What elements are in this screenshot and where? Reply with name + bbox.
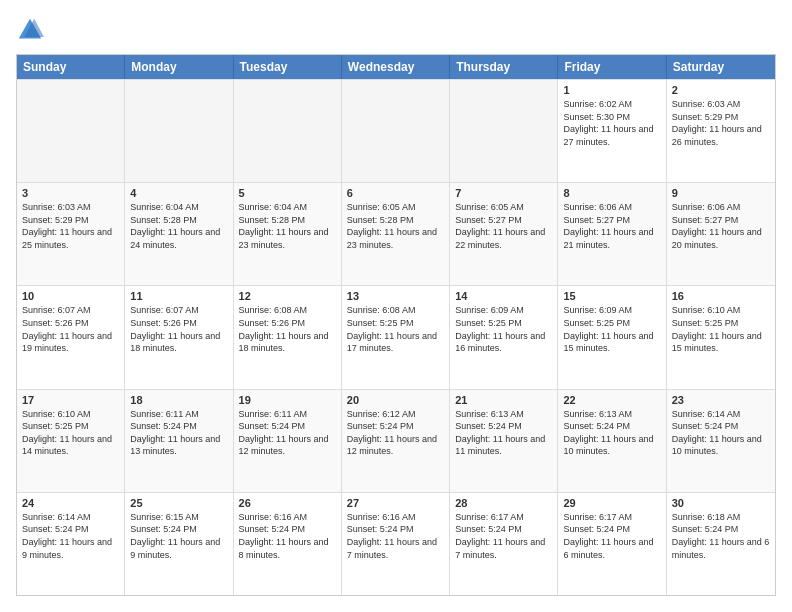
header-day-wednesday: Wednesday [342,55,450,79]
day-number: 16 [672,290,770,302]
day-number: 13 [347,290,444,302]
day-cell-12: 12Sunrise: 6:08 AMSunset: 5:26 PMDayligh… [234,286,342,388]
day-info: Sunrise: 6:13 AMSunset: 5:24 PMDaylight:… [455,408,552,458]
day-info: Sunrise: 6:14 AMSunset: 5:24 PMDaylight:… [672,408,770,458]
day-info: Sunrise: 6:11 AMSunset: 5:24 PMDaylight:… [130,408,227,458]
header-day-tuesday: Tuesday [234,55,342,79]
day-cell-17: 17Sunrise: 6:10 AMSunset: 5:25 PMDayligh… [17,390,125,492]
day-info: Sunrise: 6:06 AMSunset: 5:27 PMDaylight:… [672,201,770,251]
day-cell-8: 8Sunrise: 6:06 AMSunset: 5:27 PMDaylight… [558,183,666,285]
day-number: 2 [672,84,770,96]
day-cell-25: 25Sunrise: 6:15 AMSunset: 5:24 PMDayligh… [125,493,233,595]
header-day-saturday: Saturday [667,55,775,79]
day-info: Sunrise: 6:08 AMSunset: 5:25 PMDaylight:… [347,304,444,354]
day-number: 12 [239,290,336,302]
day-number: 14 [455,290,552,302]
day-cell-28: 28Sunrise: 6:17 AMSunset: 5:24 PMDayligh… [450,493,558,595]
empty-cell [342,80,450,182]
header-day-thursday: Thursday [450,55,558,79]
day-cell-15: 15Sunrise: 6:09 AMSunset: 5:25 PMDayligh… [558,286,666,388]
logo [16,16,48,44]
day-cell-10: 10Sunrise: 6:07 AMSunset: 5:26 PMDayligh… [17,286,125,388]
day-cell-13: 13Sunrise: 6:08 AMSunset: 5:25 PMDayligh… [342,286,450,388]
day-cell-14: 14Sunrise: 6:09 AMSunset: 5:25 PMDayligh… [450,286,558,388]
day-number: 21 [455,394,552,406]
day-info: Sunrise: 6:17 AMSunset: 5:24 PMDaylight:… [563,511,660,561]
calendar-row-2: 10Sunrise: 6:07 AMSunset: 5:26 PMDayligh… [17,285,775,388]
day-number: 17 [22,394,119,406]
day-cell-4: 4Sunrise: 6:04 AMSunset: 5:28 PMDaylight… [125,183,233,285]
day-info: Sunrise: 6:16 AMSunset: 5:24 PMDaylight:… [347,511,444,561]
day-cell-11: 11Sunrise: 6:07 AMSunset: 5:26 PMDayligh… [125,286,233,388]
day-info: Sunrise: 6:09 AMSunset: 5:25 PMDaylight:… [563,304,660,354]
day-info: Sunrise: 6:07 AMSunset: 5:26 PMDaylight:… [130,304,227,354]
day-number: 30 [672,497,770,509]
day-cell-30: 30Sunrise: 6:18 AMSunset: 5:24 PMDayligh… [667,493,775,595]
day-number: 27 [347,497,444,509]
day-info: Sunrise: 6:05 AMSunset: 5:27 PMDaylight:… [455,201,552,251]
day-number: 25 [130,497,227,509]
calendar-row-4: 24Sunrise: 6:14 AMSunset: 5:24 PMDayligh… [17,492,775,595]
day-info: Sunrise: 6:12 AMSunset: 5:24 PMDaylight:… [347,408,444,458]
day-cell-26: 26Sunrise: 6:16 AMSunset: 5:24 PMDayligh… [234,493,342,595]
day-number: 28 [455,497,552,509]
day-info: Sunrise: 6:04 AMSunset: 5:28 PMDaylight:… [239,201,336,251]
day-info: Sunrise: 6:14 AMSunset: 5:24 PMDaylight:… [22,511,119,561]
calendar-row-3: 17Sunrise: 6:10 AMSunset: 5:25 PMDayligh… [17,389,775,492]
day-number: 18 [130,394,227,406]
empty-cell [234,80,342,182]
day-number: 22 [563,394,660,406]
day-number: 24 [22,497,119,509]
empty-cell [125,80,233,182]
day-info: Sunrise: 6:06 AMSunset: 5:27 PMDaylight:… [563,201,660,251]
day-info: Sunrise: 6:10 AMSunset: 5:25 PMDaylight:… [672,304,770,354]
day-cell-1: 1Sunrise: 6:02 AMSunset: 5:30 PMDaylight… [558,80,666,182]
day-number: 20 [347,394,444,406]
day-cell-2: 2Sunrise: 6:03 AMSunset: 5:29 PMDaylight… [667,80,775,182]
calendar-row-1: 3Sunrise: 6:03 AMSunset: 5:29 PMDaylight… [17,182,775,285]
header-day-sunday: Sunday [17,55,125,79]
day-cell-20: 20Sunrise: 6:12 AMSunset: 5:24 PMDayligh… [342,390,450,492]
empty-cell [17,80,125,182]
day-number: 8 [563,187,660,199]
day-number: 5 [239,187,336,199]
calendar-body: 1Sunrise: 6:02 AMSunset: 5:30 PMDaylight… [17,79,775,595]
day-cell-23: 23Sunrise: 6:14 AMSunset: 5:24 PMDayligh… [667,390,775,492]
day-number: 29 [563,497,660,509]
day-cell-19: 19Sunrise: 6:11 AMSunset: 5:24 PMDayligh… [234,390,342,492]
day-info: Sunrise: 6:10 AMSunset: 5:25 PMDaylight:… [22,408,119,458]
day-cell-5: 5Sunrise: 6:04 AMSunset: 5:28 PMDaylight… [234,183,342,285]
day-cell-7: 7Sunrise: 6:05 AMSunset: 5:27 PMDaylight… [450,183,558,285]
day-cell-21: 21Sunrise: 6:13 AMSunset: 5:24 PMDayligh… [450,390,558,492]
empty-cell [450,80,558,182]
day-number: 23 [672,394,770,406]
day-cell-6: 6Sunrise: 6:05 AMSunset: 5:28 PMDaylight… [342,183,450,285]
day-cell-29: 29Sunrise: 6:17 AMSunset: 5:24 PMDayligh… [558,493,666,595]
day-number: 15 [563,290,660,302]
day-number: 7 [455,187,552,199]
day-cell-24: 24Sunrise: 6:14 AMSunset: 5:24 PMDayligh… [17,493,125,595]
day-number: 1 [563,84,660,96]
day-info: Sunrise: 6:18 AMSunset: 5:24 PMDaylight:… [672,511,770,561]
logo-icon [16,16,44,44]
header-day-friday: Friday [558,55,666,79]
day-info: Sunrise: 6:15 AMSunset: 5:24 PMDaylight:… [130,511,227,561]
calendar: SundayMondayTuesdayWednesdayThursdayFrid… [16,54,776,596]
calendar-row-0: 1Sunrise: 6:02 AMSunset: 5:30 PMDaylight… [17,79,775,182]
day-info: Sunrise: 6:08 AMSunset: 5:26 PMDaylight:… [239,304,336,354]
day-cell-3: 3Sunrise: 6:03 AMSunset: 5:29 PMDaylight… [17,183,125,285]
day-cell-22: 22Sunrise: 6:13 AMSunset: 5:24 PMDayligh… [558,390,666,492]
header-day-monday: Monday [125,55,233,79]
day-info: Sunrise: 6:05 AMSunset: 5:28 PMDaylight:… [347,201,444,251]
day-info: Sunrise: 6:03 AMSunset: 5:29 PMDaylight:… [672,98,770,148]
day-info: Sunrise: 6:16 AMSunset: 5:24 PMDaylight:… [239,511,336,561]
day-info: Sunrise: 6:07 AMSunset: 5:26 PMDaylight:… [22,304,119,354]
calendar-header: SundayMondayTuesdayWednesdayThursdayFrid… [17,55,775,79]
day-info: Sunrise: 6:13 AMSunset: 5:24 PMDaylight:… [563,408,660,458]
day-cell-18: 18Sunrise: 6:11 AMSunset: 5:24 PMDayligh… [125,390,233,492]
day-info: Sunrise: 6:04 AMSunset: 5:28 PMDaylight:… [130,201,227,251]
day-info: Sunrise: 6:11 AMSunset: 5:24 PMDaylight:… [239,408,336,458]
day-info: Sunrise: 6:02 AMSunset: 5:30 PMDaylight:… [563,98,660,148]
page: SundayMondayTuesdayWednesdayThursdayFrid… [0,0,792,612]
day-number: 26 [239,497,336,509]
